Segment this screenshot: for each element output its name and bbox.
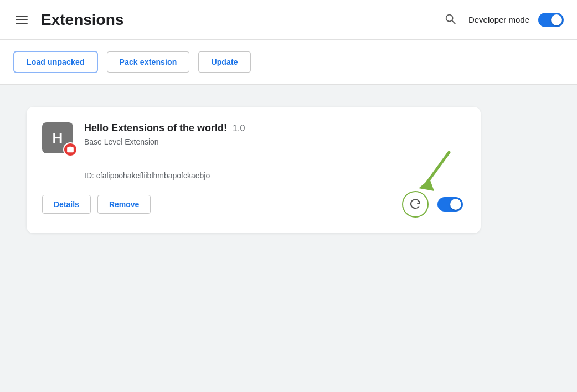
remove-button[interactable]: Remove <box>97 195 151 214</box>
svg-line-1 <box>452 20 455 24</box>
header: Extensions Developer mode <box>0 0 577 40</box>
camera-icon <box>66 146 74 153</box>
extension-right-controls <box>402 191 463 218</box>
extension-version: 1.0 <box>233 123 245 133</box>
extension-card-bottom: Details Remove <box>42 191 463 218</box>
main-content: H Hello Extensions of the world! 1.0 Bas… <box>0 85 577 255</box>
search-button[interactable] <box>441 9 460 30</box>
extension-id: ID: cfalipoohakefliiblhmbapofckaebjo <box>42 171 463 180</box>
load-unpacked-button[interactable]: Load unpacked <box>13 51 98 73</box>
svg-point-0 <box>446 14 453 21</box>
search-icon <box>444 13 456 25</box>
extension-badge <box>63 142 78 157</box>
details-button[interactable]: Details <box>42 195 91 214</box>
header-right: Developer mode <box>441 9 564 30</box>
extension-description: Base Level Extension <box>84 137 245 146</box>
pack-extension-button[interactable]: Pack extension <box>107 51 190 73</box>
extension-info: Hello Extensions of the world! 1.0 Base … <box>84 122 245 146</box>
extension-icon-wrap: H <box>42 122 73 153</box>
refresh-button[interactable] <box>402 191 429 218</box>
refresh-button-wrap <box>402 191 429 218</box>
toolbar: Load unpacked Pack extension Update <box>0 40 577 85</box>
page-title: Extensions <box>41 11 123 29</box>
extension-name-row: Hello Extensions of the world! 1.0 <box>84 122 245 134</box>
header-left: Extensions <box>13 11 123 29</box>
extension-actions: Details Remove <box>42 195 151 214</box>
extension-card-top: H Hello Extensions of the world! 1.0 Bas… <box>42 122 463 153</box>
extension-card: H Hello Extensions of the world! 1.0 Bas… <box>27 107 481 233</box>
extension-name: Hello Extensions of the world! <box>84 122 227 134</box>
svg-marker-3 <box>419 179 434 191</box>
extension-enable-toggle[interactable] <box>437 197 463 212</box>
refresh-icon <box>409 198 422 211</box>
update-button[interactable]: Update <box>198 51 250 73</box>
developer-mode-label: Developer mode <box>468 15 529 24</box>
developer-mode-toggle[interactable] <box>538 13 564 27</box>
hamburger-menu[interactable] <box>13 13 30 27</box>
